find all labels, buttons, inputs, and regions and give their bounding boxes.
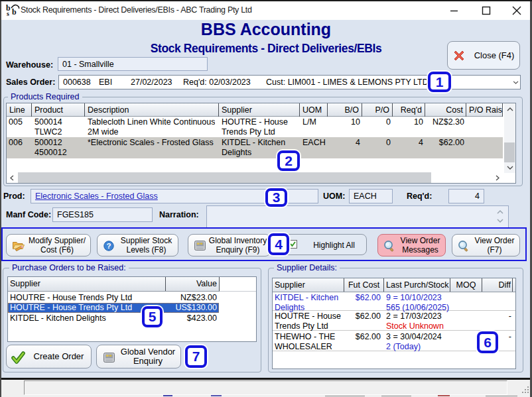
svg-text:s: s — [7, 10, 9, 17]
svg-text:b: b — [12, 7, 17, 17]
svg-text:?: ? — [106, 242, 111, 250]
